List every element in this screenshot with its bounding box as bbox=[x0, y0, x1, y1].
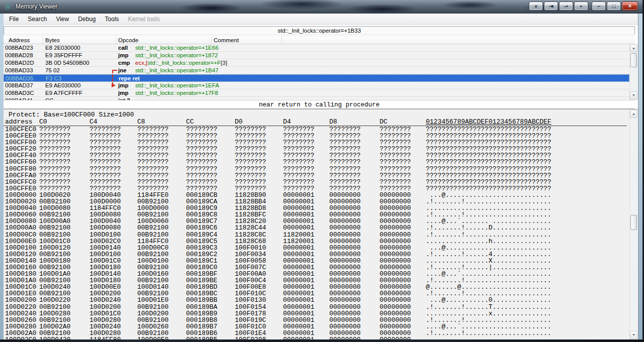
memory-address: 100D01A0 bbox=[5, 277, 36, 284]
memory-value: 000189C2 bbox=[186, 251, 217, 258]
memory-row[interactable]: 100D00C000B92100100D010000B92100000189C4… bbox=[4, 232, 629, 238]
column-header-bytes[interactable]: Bytes bbox=[45, 37, 60, 43]
memory-value: 000189BA bbox=[186, 304, 217, 310]
memory-ascii: .!.......!...................... bbox=[426, 232, 551, 238]
disasm-row[interactable]: 008BAD28E9 35FDFFFFjmpstd::_Init_locks::… bbox=[4, 52, 629, 59]
memory-value: 00000000 bbox=[380, 330, 411, 336]
scroll-down-button[interactable]: ▼ bbox=[630, 91, 637, 99]
menu-item-view[interactable]: View bbox=[51, 14, 73, 24]
step-into-button[interactable]: ⇥ bbox=[544, 2, 558, 11]
memory-value: 00B92100 bbox=[39, 317, 70, 323]
memory-value: 100F0010 bbox=[235, 245, 266, 251]
marker-button[interactable]: ▪ bbox=[574, 2, 588, 11]
memory-column-header: D4 bbox=[283, 118, 291, 126]
memory-value: 00000000 bbox=[329, 290, 360, 297]
memory-address: 100D0040 bbox=[5, 205, 36, 211]
memory-rows: 100CFEC0????????????????????????????????… bbox=[4, 126, 629, 339]
memory-row[interactable]: 100D0240100D0280100D01C0100D0200000189B9… bbox=[4, 310, 629, 317]
memory-row[interactable]: 100D0140100D0180100D01C0100D0100000189C1… bbox=[4, 258, 629, 264]
memory-value: 100F0058 bbox=[235, 258, 266, 264]
menu-item-debug[interactable]: Debug bbox=[73, 14, 100, 24]
memory-value: 00B92100 bbox=[137, 304, 168, 310]
memory-column-header: address bbox=[5, 118, 33, 126]
instruction-mnemonic: call bbox=[118, 45, 128, 51]
memory-value: 100D0100 bbox=[89, 251, 121, 258]
memory-value: 100D00C0 bbox=[137, 245, 168, 251]
memory-row[interactable]: 100D0280100D02A0100D0240100D0260000189B7… bbox=[4, 323, 629, 330]
memory-value: 00B92100 bbox=[39, 232, 70, 238]
memory-value: ???????? bbox=[380, 179, 411, 185]
memory-row[interactable]: 100CFFC0????????????????????????????????… bbox=[4, 179, 629, 185]
memory-value: ???????? bbox=[137, 146, 168, 152]
disasm-row[interactable]: 008BAD3CE9 A7FCFFFFjmpstd::_Init_locks::… bbox=[4, 89, 629, 97]
memory-ascii: ???????????????????????????????? bbox=[426, 172, 551, 179]
title-bar[interactable]: ⚙ Memory Viewer »⇥-•▪–□× bbox=[0, 0, 644, 14]
menu-item-file[interactable]: File bbox=[5, 14, 23, 24]
memory-address: 100CFFC0 bbox=[5, 179, 36, 185]
memory-row[interactable]: 100D022000B92100100D020000B92100000189BA… bbox=[4, 304, 629, 310]
memory-value: ???????? bbox=[89, 146, 121, 152]
disasm-row[interactable]: 008BAD3375 02jnestd::_Init_locks::operat… bbox=[4, 67, 629, 74]
disasm-row[interactable]: 008BAD23E8 2E030000callstd::_Init_locks:… bbox=[4, 44, 629, 52]
disasm-column-header[interactable]: Address Bytes Opcode Comment bbox=[4, 36, 635, 44]
memory-row[interactable]: 100CFFE0????????????????????????????????… bbox=[4, 185, 629, 192]
memory-row[interactable]: 100D00A000B92100100D008000B92100000189C6… bbox=[4, 224, 629, 231]
scroll-up-button[interactable]: ▲ bbox=[630, 110, 637, 118]
minimize-icon: – bbox=[597, 4, 600, 9]
disasm-row[interactable]: 008BAD37E9 AE030000jmpstd::_Init_locks::… bbox=[4, 82, 629, 89]
column-header-opcode[interactable]: Opcode bbox=[118, 37, 138, 43]
memory-scrollbar[interactable]: ▲ ▼ bbox=[629, 110, 637, 339]
scrollbar-thumb[interactable] bbox=[630, 53, 637, 67]
instruction-mnemonic: jmp bbox=[118, 90, 128, 96]
instruction-operand: std::_Init_locks::operator=+1872 bbox=[135, 52, 218, 58]
memory-value: 100D0140 bbox=[137, 284, 168, 290]
minimize-button[interactable]: – bbox=[592, 2, 606, 11]
memory-value: 00000000 bbox=[329, 317, 360, 323]
memory-column-header: DC bbox=[380, 118, 388, 126]
scroll-up-button[interactable]: ▲ bbox=[630, 44, 637, 52]
scroll-down-button[interactable]: ▼ bbox=[630, 331, 637, 339]
memory-value: 100F010C bbox=[235, 290, 266, 297]
memory-ascii: ???????????????????????????????? bbox=[426, 146, 551, 152]
memory-row[interactable]: 100D0100100D0120100D0140100D00C0000189C3… bbox=[4, 245, 629, 251]
memory-value: 000189BD bbox=[186, 284, 217, 290]
memory-value: ???????? bbox=[137, 185, 168, 192]
symbol-bar[interactable]: std::_Init_locks::operator=+1B33 bbox=[4, 26, 635, 35]
memory-value: ???????? bbox=[89, 126, 121, 133]
menu-item-kernel-tools[interactable]: Kernel tools bbox=[124, 14, 164, 24]
memory-ascii: ...@........................... bbox=[426, 245, 551, 251]
memory-value: 100D0180 bbox=[89, 277, 121, 284]
scroll-down-button[interactable]: » bbox=[529, 2, 543, 11]
memory-value: ???????? bbox=[39, 133, 70, 139]
memory-row[interactable]: 100D026000B92100100D028000B92100000189B8… bbox=[4, 317, 629, 323]
memory-ascii: @.......@....................... bbox=[426, 284, 551, 290]
maximize-button[interactable]: □ bbox=[607, 2, 621, 11]
memory-value: 11828BD8 bbox=[235, 205, 266, 211]
memory-value: 00B92100 bbox=[39, 330, 70, 336]
memory-ascii: .!.......!...................... bbox=[426, 198, 551, 205]
column-header-comment[interactable]: Comment bbox=[214, 37, 239, 43]
menu-item-tools[interactable]: Tools bbox=[101, 14, 124, 24]
memory-value: ???????? bbox=[89, 139, 121, 146]
memory-row[interactable]: 100CFFA0????????????????????????????????… bbox=[4, 172, 629, 179]
scrollbar-thumb[interactable] bbox=[630, 215, 637, 230]
disasm-row[interactable]: 008BAD2D3B 0D 54509B00cmpecx,[std::_Init… bbox=[4, 59, 629, 67]
memory-value: 100D0040 bbox=[89, 218, 121, 224]
breakpoint-button[interactable]: -• bbox=[559, 2, 573, 11]
memory-row[interactable]: 100CFF80????????????????????????????????… bbox=[4, 166, 629, 172]
memory-value: 00000000 bbox=[380, 290, 411, 297]
disasm-scrollbar[interactable]: ▲ ▼ bbox=[629, 44, 637, 100]
disasm-row[interactable]: 008BAD35F3 C3repe ret bbox=[4, 74, 629, 82]
memory-row[interactable]: 100CFF60????????????????????????????????… bbox=[4, 159, 629, 165]
column-header-address[interactable]: Address bbox=[9, 37, 30, 43]
memory-ascii: ................................ bbox=[426, 205, 551, 211]
memory-row[interactable]: 100D0200100D0220100D0240100D01E0000189BB… bbox=[4, 297, 629, 303]
memory-value: 00000001 bbox=[283, 284, 314, 290]
memory-row[interactable]: 100D012000B92100100D010000B92100000189C2… bbox=[4, 251, 629, 258]
memory-row[interactable]: 100D00E0100D01C0100D02C01184FFC0000189C5… bbox=[4, 238, 629, 245]
memory-value: 00000000 bbox=[380, 245, 411, 251]
menu-item-search[interactable]: Search bbox=[23, 14, 51, 24]
memory-value: ???????? bbox=[235, 133, 266, 139]
close-button[interactable]: × bbox=[622, 2, 638, 11]
memory-value: 00B92100 bbox=[137, 211, 168, 218]
